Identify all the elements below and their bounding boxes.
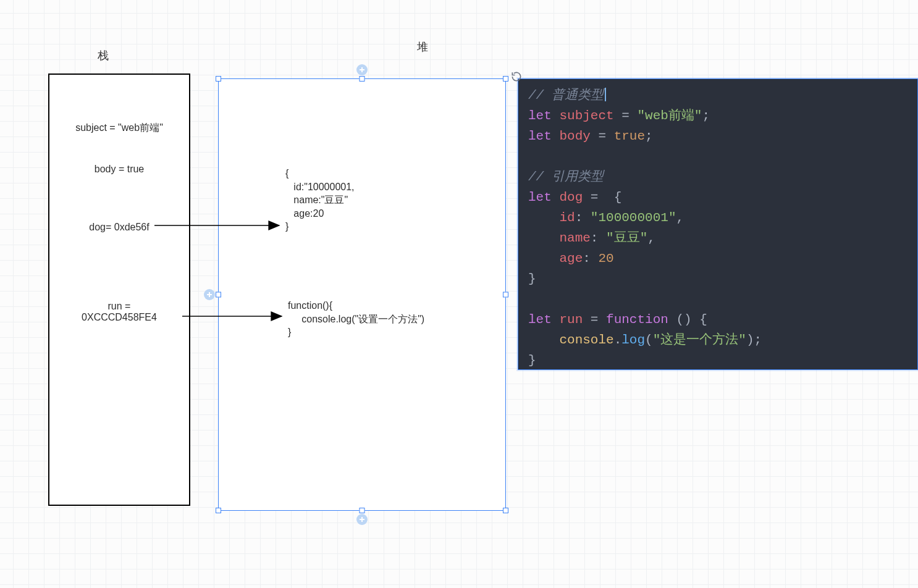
- code-line-12: let run = function () {: [528, 309, 907, 330]
- code-line-10: }: [528, 269, 907, 289]
- stack-item-dog: dog= 0xde56f: [49, 222, 189, 233]
- code-line-4: [528, 146, 907, 167]
- code-line-9: age: 20: [528, 248, 907, 269]
- heap-object-literal: { id:"10000001, name:"豆豆" age:20 }: [285, 167, 355, 233]
- add-connector-bottom-icon[interactable]: [356, 514, 368, 525]
- resize-handle-bl[interactable]: [216, 508, 221, 513]
- add-connector-top-icon[interactable]: [356, 64, 368, 75]
- code-line-5: // 引用类型: [528, 167, 907, 187]
- resize-handle-t[interactable]: [360, 76, 365, 82]
- code-line-7: id: "100000001",: [528, 208, 907, 228]
- code-line-1: // 普通类型: [528, 85, 907, 106]
- code-line-8: name: "豆豆",: [528, 228, 907, 248]
- stack-title: 栈: [91, 48, 116, 63]
- code-line-11: [528, 289, 907, 309]
- stack-item-body: body = true: [49, 164, 189, 175]
- code-editor-block[interactable]: // 普通类型 let subject = "web前端"; let body …: [518, 78, 918, 370]
- heap-box-selected[interactable]: { id:"10000001, name:"豆豆" age:20 } funct…: [218, 78, 506, 511]
- resize-handle-b[interactable]: [360, 508, 365, 513]
- code-line-14: }: [528, 350, 907, 370]
- stack-box[interactable]: subject = "web前端" body = true dog= 0xde5…: [48, 74, 190, 506]
- rotate-handle-icon[interactable]: [510, 70, 523, 83]
- code-line-6: let dog = {: [528, 187, 907, 208]
- add-connector-left-icon[interactable]: [204, 289, 215, 300]
- heap-title: 堆: [411, 40, 436, 54]
- stack-item-subject: subject = "web前端": [49, 122, 189, 135]
- code-line-13: console.log("这是一个方法");: [528, 330, 907, 350]
- heap-function-literal: function(){ console.log("设置一个方法") }: [288, 299, 424, 339]
- text-cursor-icon: [605, 88, 606, 101]
- resize-handle-br[interactable]: [503, 508, 508, 513]
- stack-item-run: run = 0XCCCD458FE4: [49, 301, 189, 323]
- resize-handle-tr[interactable]: [503, 76, 508, 82]
- resize-handle-l[interactable]: [216, 292, 221, 298]
- code-line-3: let body = true;: [528, 126, 907, 146]
- diagram-canvas[interactable]: 栈 堆 subject = "web前端" body = true dog= 0…: [0, 0, 918, 588]
- resize-handle-r[interactable]: [503, 292, 508, 298]
- resize-handle-tl[interactable]: [216, 76, 221, 82]
- code-line-2: let subject = "web前端";: [528, 106, 907, 126]
